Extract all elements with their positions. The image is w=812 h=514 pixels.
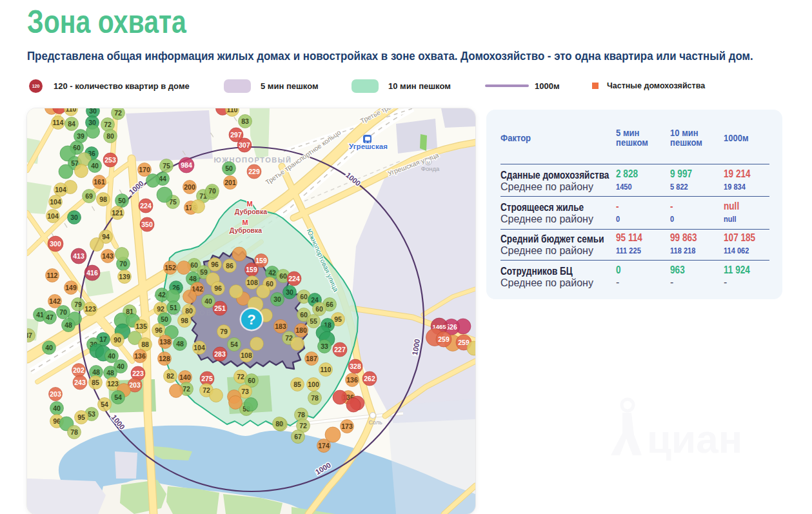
svg-text:350: 350 [141,221,153,228]
svg-text:108: 108 [241,351,252,359]
svg-text:243: 243 [74,379,86,386]
svg-text:60: 60 [300,311,308,319]
svg-text:54: 54 [101,400,108,408]
svg-text:40: 40 [53,404,61,412]
svg-text:224: 224 [288,275,300,282]
svg-text:328: 328 [350,362,361,370]
svg-text:259: 259 [438,335,450,343]
svg-text:413: 413 [73,252,84,260]
svg-text:17: 17 [99,335,107,343]
svg-text:108: 108 [246,279,258,286]
svg-text:50: 50 [161,315,168,323]
svg-text:48: 48 [64,321,72,329]
svg-text:47: 47 [46,313,54,321]
svg-text:59: 59 [200,268,208,276]
svg-text:95: 95 [334,315,342,323]
svg-text:202: 202 [73,366,84,374]
svg-text:88: 88 [141,341,149,348]
svg-text:50: 50 [225,164,233,172]
svg-text:262: 262 [364,375,375,382]
svg-text:229: 229 [248,168,260,175]
svg-text:297: 297 [230,131,242,139]
svg-text:72: 72 [237,373,244,381]
svg-text:152: 152 [164,264,176,272]
svg-text:94: 94 [102,233,110,241]
svg-text:98: 98 [99,195,107,203]
svg-text:80: 80 [106,132,114,140]
svg-text:73: 73 [241,388,249,395]
svg-text:79: 79 [74,301,82,308]
svg-text:48: 48 [189,275,197,282]
svg-text:72: 72 [203,386,210,394]
svg-text:39: 39 [77,132,84,140]
svg-text:92: 92 [157,305,164,313]
svg-text:54: 54 [230,341,238,348]
svg-text:75: 75 [163,162,170,170]
svg-text:136: 136 [134,352,146,360]
svg-text:180: 180 [295,326,307,334]
svg-text:96: 96 [155,326,163,334]
svg-text:циан: циан [647,417,742,461]
svg-text:82: 82 [166,372,174,380]
svg-text:72: 72 [299,422,307,430]
svg-text:143: 143 [102,252,114,260]
svg-text:51: 51 [170,304,177,311]
svg-text:69: 69 [85,192,93,200]
svg-text:227: 227 [334,346,346,353]
svg-text:307: 307 [239,141,250,149]
svg-text:40: 40 [204,297,212,305]
svg-text:Дубровка: Дубровка [235,208,267,215]
svg-text:Дубровка: Дубровка [230,226,262,234]
svg-text:48: 48 [106,369,114,377]
svg-text:40: 40 [117,362,124,370]
svg-text:203: 203 [129,381,141,389]
svg-text:66: 66 [326,301,333,308]
svg-text:60: 60 [300,293,308,301]
svg-text:140: 140 [179,373,191,381]
svg-text:67: 67 [294,433,302,440]
svg-text:60: 60 [190,261,198,269]
svg-text:95: 95 [77,413,85,421]
svg-text:104: 104 [55,186,66,193]
svg-text:33: 33 [321,342,328,350]
svg-text:100: 100 [308,381,319,388]
svg-text:85: 85 [293,381,301,388]
svg-text:984: 984 [181,161,192,169]
svg-text:Угрешская: Угрешская [349,143,388,150]
svg-text:40: 40 [91,162,99,170]
svg-text:123: 123 [107,380,119,388]
svg-text:159: 159 [255,257,267,264]
svg-text:42: 42 [268,269,276,277]
svg-text:Соль: Соль [368,419,382,426]
svg-text:110: 110 [321,366,332,373]
svg-text:110: 110 [227,108,238,114]
svg-text:72: 72 [114,109,122,117]
svg-text:300: 300 [50,240,61,248]
svg-text:139: 139 [119,273,130,281]
svg-text:60: 60 [279,272,287,280]
svg-text:110: 110 [66,108,77,113]
svg-text:90: 90 [114,336,121,344]
svg-text:161: 161 [94,178,105,186]
svg-text:83: 83 [241,117,249,125]
svg-text:104: 104 [47,212,59,220]
svg-text:138: 138 [159,338,171,346]
svg-text:136: 136 [346,376,358,384]
svg-text:78: 78 [297,411,305,419]
svg-text:48: 48 [92,368,100,376]
svg-text:60: 60 [315,305,323,313]
svg-text:173: 173 [341,422,353,430]
svg-text:М: М [426,161,430,165]
svg-text:283: 283 [214,350,226,358]
svg-text:40: 40 [45,344,53,351]
svg-text:114: 114 [53,119,64,126]
svg-text:72: 72 [104,121,112,128]
svg-text:78: 78 [311,394,319,402]
svg-text:174: 174 [318,442,330,450]
svg-text:М: М [246,200,252,208]
svg-text:223: 223 [132,370,144,377]
svg-text:М: М [242,219,248,226]
svg-text:98: 98 [181,317,188,324]
svg-text:55: 55 [310,317,317,325]
svg-text:48: 48 [176,340,184,348]
